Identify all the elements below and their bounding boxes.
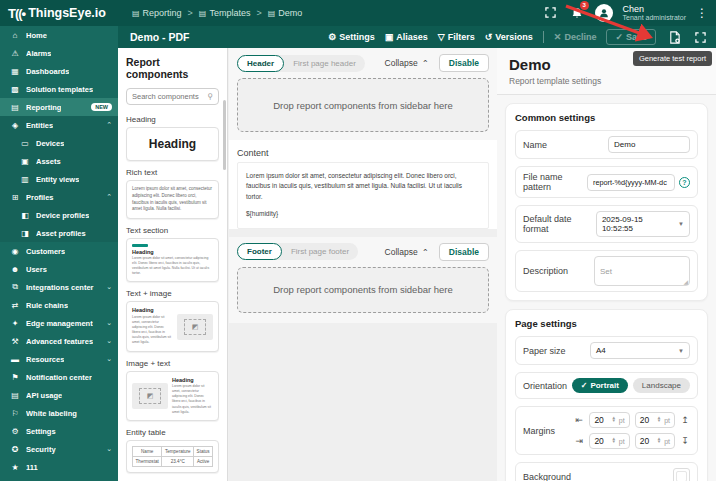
- tab-first-page-header[interactable]: First page header: [284, 56, 365, 71]
- header-collapse-button[interactable]: Collapse ⌃: [385, 58, 429, 68]
- editor-fullscreen-icon[interactable]: [692, 29, 708, 45]
- margin-top-stepper[interactable]: 20 ▲▼ pt: [635, 412, 675, 428]
- default-date-format-select[interactable]: 2025-09-15 10:52:55 ▼: [596, 211, 690, 237]
- margin-left-stepper[interactable]: 20 ▲▼ pt: [589, 412, 629, 428]
- stepper-arrows-icon[interactable]: ▲▼: [611, 417, 615, 422]
- aliases-button[interactable]: ▣ Aliases: [385, 32, 428, 42]
- help-icon[interactable]: ?: [679, 177, 690, 188]
- sidebar-item-customers[interactable]: ◉Customers: [0, 242, 118, 260]
- generate-test-report-icon[interactable]: [666, 29, 682, 45]
- sidebar-item-solution-templates[interactable]: ▩Solution templates: [0, 80, 118, 98]
- sidebar-item-home[interactable]: ⌂Home: [0, 26, 118, 44]
- content-block[interactable]: Lorem ipsum dolor sit amet, consectetur …: [237, 162, 489, 229]
- solution-templates-icon: ▩: [10, 85, 20, 94]
- preview-heading: Heading: [132, 307, 173, 313]
- sidebar-item-resources[interactable]: ▬Resources⌄: [0, 350, 118, 368]
- tab-first-page-footer[interactable]: First page footer: [282, 244, 358, 259]
- sidebar-item-reporting[interactable]: ▤ReportingNEW: [0, 98, 118, 116]
- stepper-arrows-icon[interactable]: ▲▼: [657, 438, 661, 443]
- decline-button[interactable]: ✕ Decline: [554, 32, 597, 42]
- stepper-arrows-icon[interactable]: ▲▼: [611, 438, 615, 443]
- notifications-bell-icon[interactable]: 3: [569, 5, 585, 21]
- gear-icon: ⚙: [328, 32, 336, 42]
- sidebar-item-users[interactable]: ☻Users: [0, 260, 118, 278]
- sidebar-item-111[interactable]: ★111: [0, 458, 118, 476]
- sidebar-item-label: White labeling: [26, 409, 77, 418]
- search-input[interactable]: [132, 92, 202, 101]
- paper-size-select[interactable]: A4 ▼: [590, 342, 690, 359]
- sidebar-item-label: Users: [26, 265, 47, 274]
- app-logo[interactable]: T((• ThingsEye.io: [0, 6, 118, 21]
- component-card-image-text[interactable]: ◩HeadingLorem ipsum dolor sit amet, cons…: [126, 371, 219, 421]
- sidebar-item-edge-management[interactable]: ✦Edge management⌄: [0, 314, 118, 332]
- components-list: HeadingHeadingRich textLorem ipsum dolor…: [126, 115, 219, 481]
- chevron-down-icon: ▼: [678, 348, 684, 354]
- portrait-chip[interactable]: ✓ Portrait: [572, 378, 628, 393]
- users-icon: ☻: [10, 265, 20, 274]
- sidebar-item-profiles[interactable]: ⊞Profiles⌃: [0, 188, 118, 206]
- breadcrumb-item-reporting[interactable]: ▤Reporting: [132, 8, 182, 18]
- breadcrumb-item-templates[interactable]: ▤Templates: [199, 8, 251, 18]
- avatar[interactable]: [595, 4, 613, 22]
- fullscreen-icon[interactable]: [543, 5, 559, 21]
- margin-bottom-stepper[interactable]: 20 ▲▼ pt: [635, 433, 675, 449]
- close-icon: ✕: [554, 32, 562, 42]
- user-name: Chen: [623, 4, 686, 14]
- versions-button[interactable]: ↺ Versions: [485, 32, 533, 42]
- page-settings-card: Page settings Paper size A4 ▼ Orientatio…: [505, 309, 708, 481]
- header-dropzone[interactable]: Drop report components from sidebar here: [237, 78, 489, 132]
- sidebar-item-security[interactable]: ✪Security⌄: [0, 440, 118, 458]
- tab-header[interactable]: Header: [237, 55, 284, 72]
- sidebar-item-devices[interactable]: ▭Devices: [0, 134, 118, 152]
- stepper-arrows-icon[interactable]: ▲▼: [657, 417, 661, 422]
- sidebar-item-assets[interactable]: ▣Assets: [0, 152, 118, 170]
- component-label-text-image: Text + image: [126, 289, 219, 298]
- filter-icon: ▽: [438, 32, 445, 42]
- settings-button[interactable]: ⚙ Settings: [328, 32, 375, 42]
- file-name-pattern-input[interactable]: [593, 178, 669, 187]
- components-scrollbar[interactable]: [223, 100, 226, 170]
- sidebar-item-entities[interactable]: ◈Entities⌃: [0, 116, 118, 134]
- sidebar-item-asset-profiles[interactable]: ◨Asset profiles: [0, 224, 118, 242]
- sidebar-item-api-usage[interactable]: ▤API usage: [0, 386, 118, 404]
- component-card-text-section[interactable]: HeadingLorem ipsum dolor sit amet, conse…: [126, 238, 219, 282]
- reporting-icon: ▤: [10, 103, 20, 112]
- sidebar-item-dashboards[interactable]: ▦Dashboards: [0, 62, 118, 80]
- sidebar-item-alarms[interactable]: ⚠Alarms: [0, 44, 118, 62]
- home-icon: ⌂: [10, 31, 20, 40]
- filters-button[interactable]: ▽ Filters: [438, 32, 475, 42]
- chevron-up-icon: ⌃: [106, 193, 112, 201]
- components-search[interactable]: ⚲: [126, 88, 219, 105]
- sidebar-item-device-profiles[interactable]: ◧Device profiles: [0, 206, 118, 224]
- sidebar-item-white-labeling[interactable]: ⚐White labeling: [0, 404, 118, 422]
- footer-disable-button[interactable]: Disable: [439, 243, 489, 261]
- component-card-text-image[interactable]: HeadingLorem ipsum dolor sit amet, conse…: [126, 301, 219, 351]
- sidebar-item-entity-views[interactable]: ▥Entity views: [0, 170, 118, 188]
- name-field[interactable]: [608, 136, 690, 153]
- sidebar-item-rule-chains[interactable]: ⇄Rule chains: [0, 296, 118, 314]
- sidebar-item-notification-center[interactable]: ⚑Notification center: [0, 368, 118, 386]
- background-color-swatch[interactable]: [673, 468, 690, 481]
- description-textarea[interactable]: Set ◢: [594, 256, 690, 286]
- file-name-pattern-field[interactable]: [587, 174, 675, 191]
- component-card-rich-text[interactable]: Lorem ipsum dolor sit amet, consectetur …: [126, 180, 219, 219]
- component-card-entity-table[interactable]: NameTemperatureStatusThermostat23.4°CAct…: [126, 440, 219, 473]
- name-input[interactable]: [614, 140, 684, 149]
- sidebar-item-label: Devices: [36, 139, 64, 148]
- resize-grip-icon[interactable]: ◢: [683, 278, 688, 285]
- kebab-menu-icon[interactable]: ⋮: [696, 6, 708, 20]
- save-button[interactable]: ✓ Save: [606, 29, 656, 45]
- landscape-chip[interactable]: Landscape: [633, 378, 690, 393]
- sidebar-item-advanced-features[interactable]: ⚒Advanced features⌄: [0, 332, 118, 350]
- margin-right-stepper[interactable]: 20 ▲▼ pt: [589, 433, 629, 449]
- sidebar-item-settings[interactable]: ⚙Settings: [0, 422, 118, 440]
- image-icon: ◩: [139, 388, 161, 404]
- header-disable-button[interactable]: Disable: [439, 54, 489, 72]
- component-card-heading[interactable]: Heading: [126, 127, 219, 161]
- sidebar-item-integrations-center[interactable]: ⧉Integrations center⌄: [0, 278, 118, 296]
- footer-collapse-button[interactable]: Collapse ⌃: [385, 247, 429, 257]
- file-name-pattern-row: File name pattern ?: [515, 166, 698, 198]
- footer-dropzone[interactable]: Drop report components from sidebar here: [237, 267, 489, 313]
- tab-footer[interactable]: Footer: [237, 243, 282, 260]
- breadcrumb-item-demo[interactable]: ▤Demo: [268, 8, 303, 18]
